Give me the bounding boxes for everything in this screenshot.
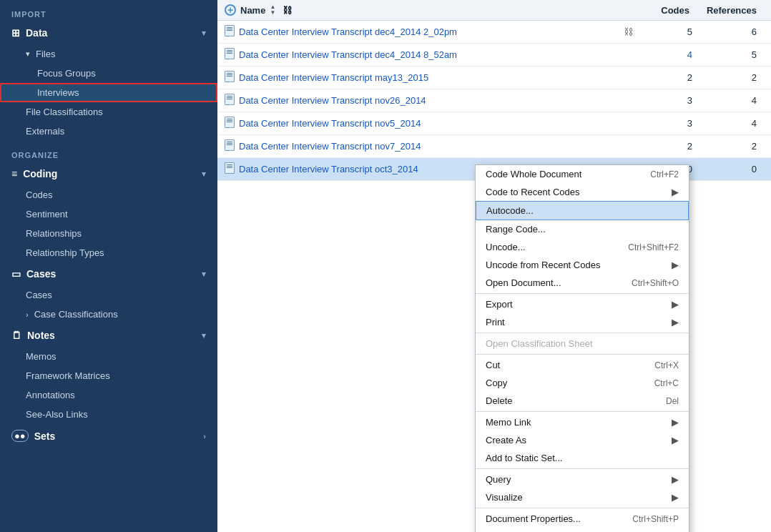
ctx-item-label: Add to Static Set... — [486, 453, 563, 463]
coding-arrow — [202, 169, 206, 179]
ctx-item-label: Memo Link — [486, 417, 531, 428]
context-menu-item-5[interactable]: Uncode from Recent Codes▶ — [476, 256, 689, 274]
context-menu-item-9: Open Classification Sheet — [476, 335, 689, 353]
ctx-item-label: Copy — [486, 378, 507, 388]
sidebar-see-also-links[interactable]: See-Also Links — [0, 405, 217, 424]
row-refs: 6 — [699, 26, 764, 37]
row-refs: 4 — [699, 95, 764, 106]
row-name[interactable]: Data Center Interview Transcript dec4_20… — [239, 49, 614, 60]
sidebar-group-sets[interactable]: ●● Sets — [0, 424, 217, 448]
document-icon — [225, 25, 235, 39]
row-name[interactable]: Data Center Interview Transcript dec4_20… — [239, 26, 614, 37]
context-menu-item-12[interactable]: DeleteDel — [476, 392, 689, 410]
context-menu-item-3[interactable]: Range Code... — [476, 220, 689, 238]
sidebar-annotations[interactable]: Annotations — [0, 385, 217, 405]
row-name[interactable]: Data Center Interview Transcript nov26_2… — [239, 95, 614, 106]
context-menu-item-14[interactable]: Create As▶ — [476, 431, 689, 449]
add-icon[interactable]: + — [225, 4, 236, 16]
row-refs: 4 — [699, 118, 764, 129]
see-also-links-label: See-Also Links — [26, 409, 88, 420]
ctx-item-right: ▶ — [672, 435, 679, 445]
context-menu-item-2[interactable]: Autocode... — [476, 201, 689, 220]
sidebar-sentiment[interactable]: Sentiment — [0, 205, 217, 224]
ctx-item-label: Code to Recent Codes — [486, 187, 580, 197]
context-menu-item-7[interactable]: Export▶ — [476, 295, 689, 313]
table-row[interactable]: Data Center Interview Transcript dec4_20… — [217, 21, 771, 44]
table-row[interactable]: Data Center Interview Transcript nov7_20… — [217, 135, 771, 158]
ctx-item-label: Autocode... — [486, 205, 534, 216]
table-row[interactable]: Data Center Interview Transcript nov26_2… — [217, 89, 771, 112]
ctx-item-right: Ctrl+C — [654, 378, 679, 388]
document-icon — [225, 71, 235, 84]
sidebar-group-coding[interactable]: ≡ Coding — [0, 162, 217, 185]
sidebar-case-classifications[interactable]: › Case Classifications — [0, 305, 217, 324]
row-name[interactable]: Data Center Interview Transcript nov7_20… — [239, 141, 614, 152]
import-section-label: IMPORT — [0, 0, 217, 21]
sidebar-externals[interactable]: Externals — [0, 122, 217, 141]
sidebar-group-data[interactable]: ⊞ Data — [0, 21, 217, 44]
ctx-item-label: Visualize — [486, 492, 523, 503]
memos-label: Memos — [26, 351, 57, 362]
sidebar-file-classifications[interactable]: File Classifications — [0, 102, 217, 122]
context-menu-item-6[interactable]: Open Document...Ctrl+Shift+O — [476, 274, 689, 292]
relationships-label: Relationships — [26, 228, 82, 239]
annotations-label: Annotations — [26, 390, 75, 400]
sidebar-relationship-types[interactable]: Relationship Types — [0, 243, 217, 262]
table-row[interactable]: Data Center Interview Transcript may13_2… — [217, 66, 771, 89]
ctx-item-label: Cut — [486, 360, 500, 370]
sidebar-framework-matrices[interactable]: Framework Matrices — [0, 366, 217, 385]
files-label: Files — [36, 49, 55, 59]
context-menu-item-19[interactable]: Color▶ — [476, 528, 689, 532]
sidebar-codes[interactable]: Codes — [0, 185, 217, 205]
document-icon — [225, 94, 235, 107]
sidebar-interviews[interactable]: Interviews — [0, 83, 217, 102]
context-menu-item-8[interactable]: Print▶ — [476, 313, 689, 331]
sidebar-relationships[interactable]: Relationships — [0, 224, 217, 243]
sidebar-files[interactable]: ▾ Files — [0, 44, 217, 64]
table-body: Data Center Interview Transcript dec4_20… — [217, 21, 771, 181]
coding-group-label: Coding — [23, 168, 57, 179]
row-codes: 3 — [642, 118, 699, 129]
ctx-separator — [476, 468, 689, 469]
cases-icon: ▭ — [11, 268, 21, 280]
case-classifications-expand: › — [26, 310, 29, 319]
table-row[interactable]: Data Center Interview Transcript nov5_20… — [217, 112, 771, 135]
context-menu-item-13[interactable]: Memo Link▶ — [476, 413, 689, 431]
row-name[interactable]: Data Center Interview Transcript may13_2… — [239, 72, 614, 83]
context-menu-item-11[interactable]: CopyCtrl+C — [476, 374, 689, 392]
sort-icons[interactable]: ▲ ▼ — [270, 4, 275, 16]
coding-icon: ≡ — [11, 168, 17, 179]
sets-group-label: Sets — [34, 430, 56, 442]
ctx-item-right: ▶ — [672, 187, 679, 197]
context-menu-item-17[interactable]: Visualize▶ — [476, 488, 689, 506]
sidebar-memos[interactable]: Memos — [0, 347, 217, 366]
row-codes: 4 — [642, 49, 699, 60]
ctx-separator — [476, 332, 689, 333]
col-refs-header: References — [699, 5, 764, 16]
context-menu-item-10[interactable]: CutCtrl+X — [476, 356, 689, 374]
sidebar-group-notes[interactable]: 🗒 Notes — [0, 324, 217, 347]
context-menu-item-16[interactable]: Query▶ — [476, 471, 689, 488]
cases-group-label: Cases — [26, 268, 56, 280]
sidebar-focus-groups[interactable]: Focus Groups — [0, 64, 217, 83]
data-group-label: Data — [26, 27, 47, 39]
case-classifications-label: Case Classifications — [34, 309, 118, 320]
sets-arrow — [203, 432, 206, 440]
sidebar-cases[interactable]: Cases — [0, 285, 217, 305]
table-row[interactable]: Data Center Interview Transcript dec4_20… — [217, 44, 771, 66]
row-codes: 2 — [642, 141, 699, 152]
context-menu-item-0[interactable]: Code Whole DocumentCtrl+F2 — [476, 165, 689, 183]
context-menu-item-4[interactable]: Uncode...Ctrl+Shift+F2 — [476, 238, 689, 256]
context-menu-item-15[interactable]: Add to Static Set... — [476, 449, 689, 467]
context-menu-item-1[interactable]: Code to Recent Codes▶ — [476, 183, 689, 201]
ctx-item-right: ▶ — [672, 492, 679, 503]
table-icon: ⊞ — [11, 27, 20, 39]
sidebar-group-cases[interactable]: ▭ Cases — [0, 262, 217, 285]
context-menu-item-18[interactable]: Document Properties...Ctrl+Shift+P — [476, 510, 689, 528]
row-link-icon: ⛓ — [614, 26, 642, 37]
ctx-item-label: Uncode from Recent Codes — [486, 260, 600, 270]
ctx-item-right: Ctrl+X — [654, 360, 679, 370]
ctx-item-label: Open Classification Sheet — [486, 338, 593, 349]
data-group-arrow — [202, 29, 206, 38]
row-name[interactable]: Data Center Interview Transcript nov5_20… — [239, 118, 614, 129]
